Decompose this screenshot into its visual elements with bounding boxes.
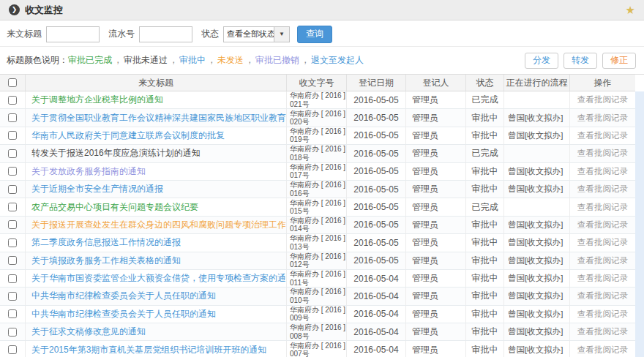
row-checkbox[interactable] (8, 96, 17, 105)
legend-item: 审批已撤销 (255, 55, 299, 65)
scrollbar-track[interactable] (635, 91, 644, 357)
current-flow: 曾国[收文拟办] (504, 341, 570, 357)
row-checkbox[interactable] (8, 328, 17, 337)
current-flow (504, 91, 570, 108)
status-field-label: 状态 (201, 28, 219, 40)
view-records-link[interactable]: 查看批阅记录 (577, 273, 628, 284)
view-records-link[interactable]: 查看批阅记录 (577, 202, 628, 213)
view-records-link[interactable]: 查看批阅记录 (577, 219, 628, 230)
row-checkbox[interactable] (8, 309, 17, 318)
col-header-operation: 操作 (570, 75, 635, 91)
view-records-link[interactable]: 查看批阅记录 (577, 237, 628, 248)
doc-title-link[interactable]: 关于报送开展查处发生在群众身边的四风和腐败问题专项治理工作方案通知 (26, 219, 286, 231)
legend-separator: ， (169, 55, 178, 65)
row-checkbox-cell (0, 127, 26, 144)
view-records-link[interactable]: 查看批阅记录 (577, 94, 628, 105)
select-all-checkbox[interactable] (8, 78, 17, 87)
view-records-link[interactable]: 查看批阅记录 (577, 255, 628, 266)
doc-title-link[interactable]: 关于调整地方企业税率比例的通知 (26, 94, 163, 106)
row-checkbox[interactable] (8, 185, 17, 194)
doc-title-link[interactable]: 转发关于报送2016年度应急演练计划的通知 (26, 147, 201, 159)
operation-cell: 查看批阅记录 (570, 91, 635, 108)
view-records-link[interactable]: 查看批阅记录 (577, 166, 628, 177)
row-checkbox[interactable] (8, 292, 17, 301)
current-flow: 曾国[收文拟办] (504, 217, 570, 233)
row-checkbox[interactable] (8, 238, 17, 247)
doc-title-link[interactable]: 关于贯彻全国职业教育工作会议精神深共建国家民族地区职业教育综合...的通知 (26, 112, 286, 124)
doc-title-link[interactable]: 中共华南市纪律检查委员会关于人员任职的通知 (26, 308, 216, 320)
doc-title-cell: 关于征求文稿修改意见的通知 (26, 323, 287, 340)
current-flow: 曾国[收文拟办] (504, 306, 570, 323)
dropdown-arrow-icon[interactable]: ▼ (274, 26, 290, 42)
register-date: 2016-05-05 (347, 109, 406, 126)
doc-number: 华南府办 [ 2016 ] 018号 (287, 145, 347, 162)
view-records-link[interactable]: 查看批阅记录 (577, 326, 628, 337)
status-text: 审批中 (466, 323, 504, 340)
operation-cell: 查看批阅记录 (570, 181, 635, 198)
action-button-修正[interactable]: 修正 (602, 53, 636, 69)
doc-title-link[interactable]: 农产品交易中心项目有关问题专题会议纪要 (26, 201, 198, 214)
status-select-value[interactable]: 查看全部状态 (223, 26, 274, 42)
documents-table: 来文标题 收文字号 登记日期 登记人 状态 正在进行的流程 操作 关于调整地方企… (0, 74, 644, 357)
table-row: 关于填报政务服务工作相关表格的通知 华南府办 [ 2016 ] 012号 201… (0, 252, 635, 270)
legend-items: 审批已完成，审批未通过，审批中，未发送，审批已撤销，退文至发起人 (68, 54, 364, 67)
legend-item: 退文至发起人 (311, 55, 364, 65)
action-button-分发[interactable]: 分发 (525, 53, 558, 69)
status-select[interactable]: 查看全部状态 ▼ (223, 26, 290, 42)
doc-title-link[interactable]: 关于近期全市安全生产情况的通报 (26, 183, 163, 195)
doc-title-link[interactable]: 第二季度政务信息报送工作情况的通报 (26, 236, 181, 249)
row-checkbox[interactable] (8, 345, 17, 354)
operation-cell: 查看批阅记录 (570, 270, 635, 287)
operation-cell: 查看批阅记录 (570, 341, 635, 357)
page-title: 收文监控 (25, 4, 63, 17)
table-row: 关于发放政务服务指南的通知 华南府办 [ 2016 ] 017号 2016-05… (0, 163, 635, 181)
view-records-link[interactable]: 查看批阅记录 (577, 345, 628, 356)
current-flow: 曾国[收文拟办] (504, 181, 570, 198)
row-checkbox[interactable] (8, 203, 17, 211)
row-checkbox[interactable] (8, 113, 17, 122)
doc-title-link[interactable]: 中共华南市纪律检查委员会关于人员任职的通知 (26, 290, 216, 302)
register-date: 2016-05-04 (347, 306, 406, 323)
view-records-link[interactable]: 查看批阅记录 (577, 184, 628, 195)
row-checkbox[interactable] (8, 149, 17, 158)
title-field-label: 来文标题 (7, 28, 42, 40)
doc-title-link[interactable]: 华南市人民政府关于同意建立联席会议制度的批复 (26, 129, 225, 142)
doc-title-cell: 中共华南市纪律检查委员会关于人员任职的通知 (26, 306, 287, 323)
register-date: 2016-05-05 (347, 217, 406, 233)
serial-search-input[interactable] (139, 26, 192, 42)
view-records-link[interactable]: 查看批阅记录 (577, 290, 628, 301)
row-checkbox[interactable] (8, 131, 17, 140)
query-button[interactable]: 查询 (297, 26, 332, 43)
row-checkbox[interactable] (8, 167, 17, 176)
doc-title-link[interactable]: 关于2015年第3期市直机关基层党组织书记培训班开班的通知 (26, 344, 266, 356)
doc-number: 华南府办 [ 2016 ] 010号 (287, 288, 347, 304)
row-checkbox[interactable] (8, 256, 17, 265)
row-checkbox[interactable] (8, 274, 17, 283)
doc-number: 华南府办 [ 2016 ] 011号 (287, 270, 347, 287)
favorite-star-icon[interactable]: ★ (626, 4, 635, 17)
title-search-input[interactable] (46, 26, 100, 42)
col-header-title: 来文标题 (26, 75, 287, 91)
doc-title-link[interactable]: 关于华南市国资委监管企业大额资金借贷，使用专项检查方案的通知 (26, 272, 286, 285)
row-checkbox-cell (0, 198, 26, 215)
row-checkbox[interactable] (8, 220, 17, 229)
doc-title-link[interactable]: 关于征求文稿修改意见的通知 (26, 326, 146, 338)
table-row: 关于报送开展查处发生在群众身边的四风和腐败问题专项治理工作方案通知 华南府办 [… (0, 217, 635, 234)
table-body: 关于调整地方企业税率比例的通知 华南府办 [ 2016 ] 021号 2016-… (0, 91, 644, 357)
view-records-link[interactable]: 查看批阅记录 (577, 113, 628, 124)
doc-title-link[interactable]: 关于发放政务服务指南的通知 (26, 165, 146, 178)
registrant: 管理员 (406, 217, 466, 233)
action-button-转发[interactable]: 转发 (564, 53, 597, 69)
operation-cell: 查看批阅记录 (570, 163, 635, 180)
register-date: 2016-05-05 (347, 163, 406, 180)
registrant: 管理员 (406, 288, 466, 304)
doc-title-link[interactable]: 关于填报政务服务工作相关表格的通知 (26, 255, 181, 267)
registrant: 管理员 (406, 127, 466, 144)
view-records-link[interactable]: 查看批阅记录 (577, 309, 628, 320)
view-records-link[interactable]: 查看批阅记录 (577, 148, 628, 159)
operation-cell: 查看批阅记录 (570, 323, 635, 340)
doc-title-cell: 关于报送开展查处发生在群众身边的四风和腐败问题专项治理工作方案通知 (26, 217, 287, 233)
register-date: 2016-05-05 (347, 198, 406, 215)
view-records-link[interactable]: 查看批阅记录 (577, 130, 628, 141)
doc-title-cell: 关于调整地方企业税率比例的通知 (26, 91, 287, 108)
